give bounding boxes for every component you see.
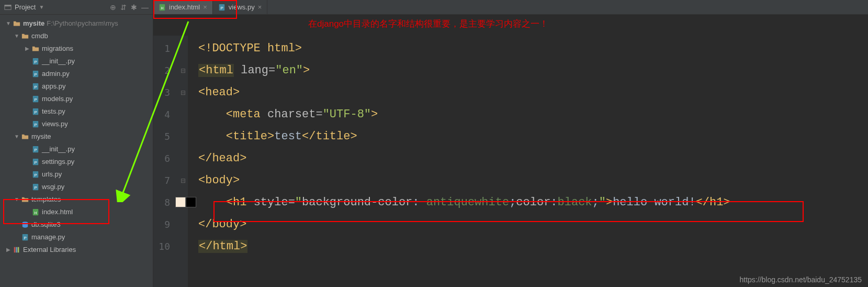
tree-item-models-py[interactable]: Pmodels.py	[0, 92, 153, 105]
svg-rect-28	[16, 247, 17, 253]
tree-item-mysite[interactable]: ▼mysite	[0, 130, 153, 142]
tree-item-__init__-py[interactable]: P__init__.py	[0, 54, 153, 67]
color-swatch	[175, 197, 186, 207]
py-icon: P	[31, 182, 40, 191]
color-swatch	[186, 197, 196, 207]
svg-text:P: P	[34, 84, 37, 89]
svg-text:P: P	[220, 6, 223, 10]
color-swatches	[175, 197, 196, 207]
tab-index-html[interactable]: Hindex.html×	[153, 0, 213, 14]
tree-item-apps-py[interactable]: Papps.py	[0, 80, 153, 92]
svg-text:H: H	[161, 6, 163, 10]
locate-icon[interactable]: ⊕	[110, 3, 116, 12]
tree-item-db-sqlite3[interactable]: db.sqlite3	[0, 218, 153, 230]
svg-text:P: P	[34, 160, 37, 164]
tree-item-admin-py[interactable]: Padmin.py	[0, 67, 153, 80]
folder-icon	[13, 19, 21, 27]
tree-item-settings-py[interactable]: Psettings.py	[0, 155, 153, 168]
html-icon: H	[31, 207, 40, 216]
py-icon: P	[31, 157, 40, 165]
tree-item-views-py[interactable]: Pviews.py	[0, 117, 153, 130]
editor-tabs: Hindex.html×Pviews.py×	[153, 0, 868, 15]
py-icon: P	[31, 69, 40, 78]
close-icon[interactable]: ×	[203, 3, 207, 11]
db-icon	[21, 220, 29, 228]
project-sidebar: Project ▼ ⊕ ⇵ ✱ — ▼ mysite F:\Python\pyc…	[0, 0, 153, 287]
project-panel-icon	[4, 3, 12, 12]
settings-icon[interactable]: ✱	[131, 3, 137, 12]
tree-item-__init__-py[interactable]: P__init__.py	[0, 142, 153, 155]
svg-text:H: H	[34, 211, 37, 214]
project-panel-title: Project	[15, 3, 36, 11]
py-icon: P	[31, 57, 40, 65]
code-editor[interactable]: 12345678910 ⊟⊟⊟ <!DOCTYPE html><html lan…	[153, 15, 868, 287]
svg-rect-1	[5, 5, 11, 7]
tree-item-templates[interactable]: ▼templates	[0, 193, 153, 205]
annotation-text: 在django中目录的名字和结构很重要，是主要学习内容之一！	[308, 18, 548, 30]
svg-text:P: P	[34, 109, 37, 114]
tree-root[interactable]: ▼ mysite F:\Python\pycharm\mys	[0, 17, 153, 29]
code-content[interactable]: <!DOCTYPE html><html lang="en"><head> <m…	[188, 36, 868, 287]
tree-item-urls-py[interactable]: Purls.py	[0, 168, 153, 180]
project-dropdown-icon[interactable]: ▼	[39, 4, 44, 10]
tree-item-index-html[interactable]: Hindex.html	[0, 205, 153, 218]
folder-icon	[21, 195, 29, 203]
svg-text:P: P	[34, 72, 37, 76]
line-gutter: 12345678910	[153, 36, 178, 287]
py-icon: P	[31, 119, 40, 128]
collapse-icon[interactable]: ⇵	[120, 3, 127, 12]
svg-text:P: P	[34, 122, 37, 127]
py-icon: P	[21, 233, 29, 241]
svg-rect-29	[18, 247, 19, 253]
svg-text:P: P	[34, 97, 37, 102]
svg-text:P: P	[34, 172, 37, 177]
editor-main: Hindex.html×Pviews.py× 在django中目录的名字和结构很…	[153, 0, 868, 287]
library-icon	[13, 245, 21, 253]
hide-icon[interactable]: —	[141, 3, 149, 12]
py-icon: P	[31, 107, 40, 115]
svg-text:P: P	[34, 147, 37, 152]
svg-text:P: P	[34, 59, 37, 64]
project-panel-header: Project ▼ ⊕ ⇵ ✱ —	[0, 0, 153, 15]
tree-item-migrations[interactable]: ▶migrations	[0, 42, 153, 54]
tab-views-py[interactable]: Pviews.py×	[213, 0, 267, 14]
py-icon: P	[31, 82, 40, 90]
py-icon: P	[31, 94, 40, 103]
py-icon: P	[31, 170, 40, 178]
folder-icon	[21, 132, 29, 140]
svg-text:P: P	[24, 235, 26, 240]
tree-item-wsgi-py[interactable]: Pwsgi.py	[0, 180, 153, 193]
watermark: https://blog.csdn.net/baidu_24752135	[739, 275, 862, 284]
svg-text:P: P	[34, 185, 37, 190]
svg-rect-27	[14, 247, 16, 253]
py-icon: P	[31, 145, 40, 153]
folder-icon	[31, 44, 40, 52]
tree-item-tests-py[interactable]: Ptests.py	[0, 105, 153, 117]
tree-external-libs[interactable]: ▶ External Libraries	[0, 243, 153, 256]
py-icon: P	[218, 3, 226, 12]
tree-item-manage-py[interactable]: Pmanage.py	[0, 230, 153, 243]
fold-gutter[interactable]: ⊟⊟⊟	[178, 36, 188, 287]
tree-item-cmdb[interactable]: ▼cmdb	[0, 29, 153, 42]
close-icon[interactable]: ×	[258, 3, 262, 11]
project-tree: ▼ mysite F:\Python\pycharm\mys ▼cmdb▶mig…	[0, 15, 153, 258]
folder-icon	[21, 31, 29, 40]
html-icon: H	[159, 3, 166, 12]
